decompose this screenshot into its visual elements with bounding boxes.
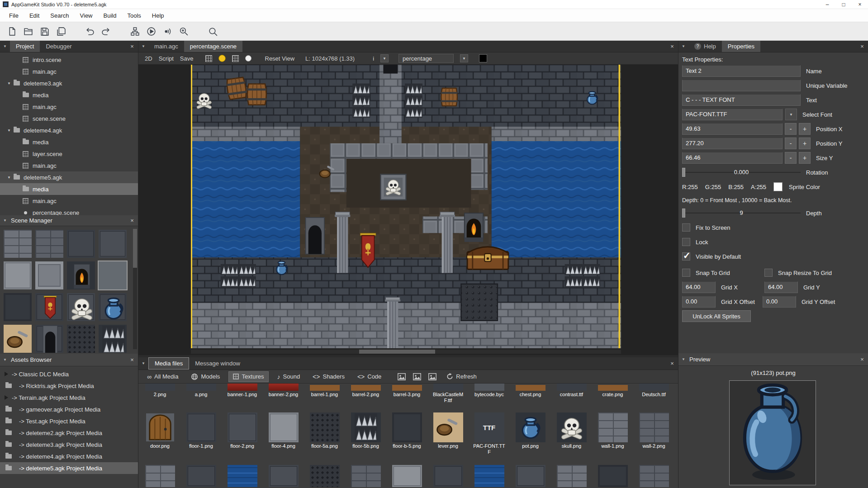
scene-tile-thumb-fireplace[interactable] [67, 261, 95, 289]
grid-color-indicator-icon[interactable] [245, 55, 251, 62]
scene-tile-thumb[interactable] [35, 261, 63, 289]
snap-resize-to-grid-checkbox[interactable] [764, 269, 773, 277]
asset-folder-item[interactable]: -> gameover.agk Project Media [0, 403, 138, 415]
tree-item[interactable]: layer.scene [0, 148, 138, 160]
tree-item[interactable]: ▼deleteme4.agk [0, 124, 138, 136]
scene-horizontal-scrollbar[interactable] [191, 350, 621, 354]
filter-code-button[interactable]: <>Code [353, 371, 385, 382]
panel-menu-icon[interactable]: ▼ [138, 357, 148, 370]
scene-tile-thumb[interactable] [99, 230, 127, 258]
menu-file[interactable]: File [4, 9, 24, 22]
tab-debugger[interactable]: Debugger [40, 41, 77, 52]
size-y-increment-button[interactable]: + [799, 152, 811, 164]
media-item[interactable]: contrast.ttf [551, 384, 592, 398]
tab-help[interactable]: ?Help [688, 41, 722, 52]
position-x-field[interactable]: 49.63 [682, 123, 783, 135]
rotation-slider[interactable]: 0.000 [682, 167, 801, 178]
media-item[interactable]: skull.png [551, 412, 592, 465]
tree-item-current-project[interactable]: ▼deleteme5.agk [0, 171, 138, 183]
snap-indicator-icon[interactable] [218, 55, 226, 62]
name-field[interactable]: Text 2 [682, 65, 801, 77]
close-icon[interactable]: × [666, 357, 678, 370]
scene-select-dropdown[interactable]: percentage [398, 54, 454, 63]
filter-all-media-button[interactable]: ∞All Media [143, 371, 182, 382]
scene-manager-scrollbar[interactable] [133, 229, 137, 349]
scene-select-dropdown-arrow-icon[interactable]: ▼ [460, 54, 468, 62]
asset-folder-item[interactable]: -> deleteme2.agk Project Media [0, 427, 138, 439]
asset-folder-item[interactable]: -> Test.agk Project Media [0, 415, 138, 427]
media-item-partial[interactable] [180, 465, 222, 487]
media-item-partial[interactable] [469, 465, 510, 487]
media-item[interactable]: barrel-1.png [304, 384, 345, 398]
asset-folder-item[interactable]: -> deleteme4.agk Project Media [0, 450, 138, 462]
scene-tile-thumb[interactable] [4, 230, 32, 258]
font-dropdown-arrow-icon[interactable]: ▼ [785, 109, 797, 120]
asset-folder-item[interactable]: -> Ricktris.agk Project Media [0, 380, 138, 392]
size-y-decrement-button[interactable]: - [785, 152, 797, 164]
scene-tile-thumb[interactable] [4, 261, 32, 289]
asset-folder-item[interactable]: -> Terrain.agk Project Media [0, 392, 138, 403]
media-item-partial[interactable] [427, 465, 469, 487]
grid-x-field[interactable]: 64.00 [682, 281, 716, 293]
media-item[interactable]: floor-2.png [222, 412, 263, 465]
text-field[interactable]: C - - - TEXT FONT [682, 94, 801, 106]
menu-build[interactable]: Build [98, 9, 122, 22]
media-item[interactable]: TTFPAC-FONT.TTF [469, 412, 510, 465]
close-icon[interactable]: × [856, 41, 868, 52]
new-project-button[interactable] [4, 24, 20, 39]
media-item[interactable]: 2.png [139, 384, 180, 398]
unique-variable-field[interactable] [682, 80, 801, 91]
media-item-partial[interactable] [304, 465, 345, 487]
scene-tile-thumb-water-selected[interactable] [99, 261, 127, 289]
interp-dropdown-label[interactable]: i [373, 55, 374, 62]
thumbnail-size-large-button[interactable] [427, 372, 438, 382]
save-button[interactable] [36, 24, 52, 39]
undo-button[interactable] [81, 24, 98, 39]
media-item-partial[interactable] [592, 465, 633, 487]
media-item[interactable]: crate.png [592, 384, 633, 398]
scene-tile-thumb-skull[interactable] [67, 293, 95, 321]
media-item[interactable]: wall-2.png [633, 412, 674, 465]
media-item[interactable]: a.png [180, 384, 222, 398]
project-hierarchy-button[interactable] [127, 24, 143, 39]
filter-models-button[interactable]: Models [187, 371, 224, 382]
thumbnail-size-small-button[interactable] [396, 372, 407, 382]
scene-tile-thumb[interactable] [35, 230, 63, 258]
tree-item[interactable]: main.agc [0, 66, 138, 77]
scrollbar-handle[interactable] [359, 350, 435, 354]
media-item[interactable]: chest.png [510, 384, 551, 398]
media-item[interactable]: pot.png [510, 412, 551, 465]
media-item[interactable]: floor-5b.png [345, 412, 386, 465]
broadcast-button[interactable] [159, 24, 175, 39]
tab-main-agc[interactable]: main.agc [148, 41, 184, 52]
tree-item[interactable]: main.agc [0, 101, 138, 113]
asset-folder-item[interactable]: -> Classic DLC Media [0, 368, 138, 380]
close-button[interactable]: × [852, 0, 868, 9]
media-item[interactable]: lever.png [427, 412, 469, 465]
close-icon[interactable]: × [666, 41, 678, 52]
position-y-field[interactable]: 277.20 [682, 137, 783, 149]
expander-icon[interactable]: ▼ [5, 175, 13, 180]
panel-menu-icon[interactable]: ▼ [0, 218, 10, 223]
media-item-partial[interactable] [222, 465, 263, 487]
scene-tile-thumb-lever[interactable] [4, 325, 32, 353]
media-item[interactable]: barrel-3.png [386, 384, 427, 398]
size-y-field[interactable]: 66.46 [682, 152, 783, 164]
media-item[interactable]: floor-1.png [180, 412, 222, 465]
thumbnail-size-medium-button[interactable] [412, 372, 422, 382]
close-icon[interactable]: × [856, 356, 868, 363]
media-item-partial[interactable] [386, 465, 427, 487]
tree-item[interactable]: main.agc [0, 160, 138, 171]
redo-button[interactable] [98, 24, 114, 39]
depth-slider[interactable]: 9 [682, 208, 801, 218]
media-item[interactable]: banner-1.png [222, 384, 263, 398]
menu-edit[interactable]: Edit [24, 9, 45, 22]
expander-icon[interactable]: ▼ [5, 81, 13, 85]
filter-textures-button[interactable]: Textures [228, 371, 268, 382]
close-icon[interactable]: × [126, 217, 138, 224]
tree-item[interactable]: percentage.scene [0, 207, 138, 215]
position-y-decrement-button[interactable]: - [785, 137, 797, 149]
zoom-button[interactable] [204, 24, 221, 39]
panel-menu-icon[interactable]: ▼ [678, 41, 688, 52]
refresh-button[interactable]: Refresh [442, 371, 481, 382]
